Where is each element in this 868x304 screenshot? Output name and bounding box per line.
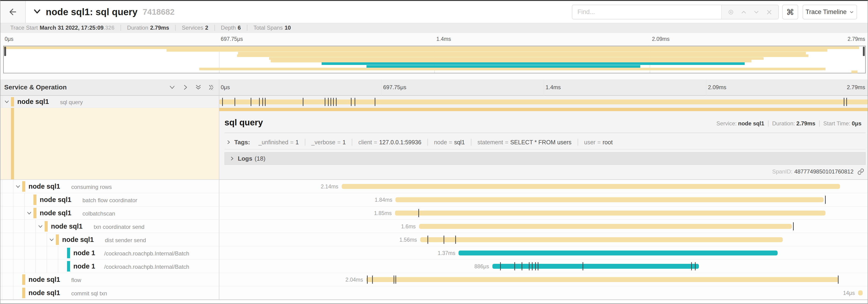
span-row[interactable]: node sql1consuming rows2.14ms	[0, 180, 868, 193]
span-duration-bar[interactable]	[396, 197, 824, 202]
span-log-tick[interactable]	[367, 275, 368, 284]
span-log-tick[interactable]	[443, 236, 444, 244]
span-log-tick[interactable]	[691, 262, 692, 270]
span-log-tick[interactable]	[325, 98, 326, 106]
logs-accordion[interactable]: Logs (18)	[224, 152, 866, 165]
minimap-span-bar	[269, 57, 764, 60]
span-log-tick[interactable]	[846, 98, 847, 106]
span-log-tick[interactable]	[695, 262, 695, 270]
trace-minimap: 0μs697.75μs1.4ms2.09ms2.79ms	[0, 33, 868, 79]
viewport-right-handle[interactable]	[863, 47, 865, 56]
span-row[interactable]: node sql1dist sender send1.56ms	[0, 233, 868, 246]
locate-icon[interactable]	[727, 9, 734, 15]
span-log-tick[interactable]	[336, 98, 337, 106]
trace-meta-item: Depth6	[214, 25, 247, 31]
minimap-canvas[interactable]	[3, 46, 866, 73]
view-selector-button[interactable]: Trace Timeline	[803, 5, 857, 20]
span-collapse-chevron-icon[interactable]	[15, 184, 21, 189]
indent-guide	[24, 206, 25, 219]
span-log-tick[interactable]	[354, 98, 355, 106]
span-log-tick[interactable]	[375, 98, 375, 106]
span-collapse-chevron-icon[interactable]	[38, 224, 43, 229]
span-duration-bar[interactable]	[492, 264, 699, 269]
span-log-tick[interactable]	[259, 98, 260, 106]
span-log-tick[interactable]	[328, 98, 329, 106]
span-duration-label: 2.14ms	[321, 183, 338, 190]
collapse-all-icon[interactable]	[195, 84, 202, 91]
indent-guide	[35, 246, 36, 260]
span-duration-bar[interactable]	[342, 184, 840, 189]
find-prev-icon[interactable]	[740, 9, 747, 15]
column-divider[interactable]	[219, 79, 219, 300]
find-input[interactable]	[572, 5, 721, 19]
span-log-tick[interactable]	[514, 262, 515, 270]
span-row[interactable]: node sql1sql query	[0, 96, 868, 108]
find-next-icon[interactable]	[753, 9, 760, 15]
span-duration-bar[interactable]	[419, 224, 792, 229]
span-row[interactable]: node sql1txn coordinator send1.6ms	[0, 220, 868, 233]
span-duration-bar[interactable]	[459, 250, 777, 256]
minimap-span-bar	[271, 60, 751, 62]
span-row[interactable]: node 1/cockroach.roachpb.Internal/Batch1…	[0, 246, 868, 260]
find-tools	[721, 5, 778, 19]
span-log-tick[interactable]	[538, 262, 538, 270]
span-log-tick[interactable]	[532, 262, 533, 270]
span-log-tick[interactable]	[455, 236, 456, 244]
column-resize-handle[interactable]	[211, 85, 213, 91]
span-log-tick[interactable]	[500, 262, 501, 270]
expand-one-icon[interactable]	[182, 84, 189, 91]
span-duration-bar[interactable]	[858, 291, 863, 295]
deep-link-icon[interactable]	[857, 168, 864, 175]
tags-accordion[interactable]: Tags: _unfinished=1_verbose=1client=127.…	[224, 135, 866, 149]
viewport-left-handle[interactable]	[4, 47, 6, 56]
span-row[interactable]: node 1/cockroach.roachpb.Internal/Batch8…	[0, 260, 868, 273]
span-log-tick[interactable]	[251, 98, 251, 106]
span-log-tick[interactable]	[793, 222, 794, 231]
span-duration-bar[interactable]	[219, 99, 868, 104]
span-log-tick[interactable]	[222, 98, 223, 106]
indent-guide	[13, 246, 13, 260]
span-log-tick[interactable]	[522, 262, 522, 270]
indent-guide	[35, 260, 36, 273]
clear-find-icon[interactable]	[766, 9, 773, 15]
collapse-one-icon[interactable]	[169, 84, 176, 91]
span-log-tick[interactable]	[825, 196, 826, 204]
span-log-tick[interactable]	[262, 98, 263, 106]
span-row[interactable]: node sql1flow2.04ms	[0, 273, 868, 286]
span-log-tick[interactable]	[428, 236, 428, 244]
span-row[interactable]: node sql1colbatchscan1.85ms	[0, 206, 868, 220]
indent-guide	[24, 246, 25, 260]
span-collapse-chevron-icon[interactable]	[4, 99, 9, 105]
span-log-tick[interactable]	[535, 262, 536, 270]
span-log-tick[interactable]	[351, 98, 351, 106]
back-button[interactable]	[0, 1, 26, 23]
span-log-tick[interactable]	[394, 275, 394, 284]
span-row[interactable]: node sql1commit sql txn14μs	[0, 286, 868, 300]
span-log-tick[interactable]	[303, 98, 303, 106]
span-duration-bar[interactable]	[420, 237, 783, 242]
indent-guide	[13, 193, 13, 206]
tags-label: Tags:	[234, 139, 250, 146]
span-log-tick[interactable]	[333, 98, 334, 106]
span-log-tick[interactable]	[838, 275, 839, 284]
span-collapse-chevron-icon[interactable]	[26, 210, 32, 216]
trace-meta-item: Total Spans10	[247, 25, 297, 31]
tag-value: SELECT * FROM users	[510, 139, 571, 145]
collapse-trace-chevron-icon[interactable]	[33, 7, 41, 17]
tag-key: _unfinished	[258, 139, 288, 145]
span-duration-bar[interactable]	[395, 211, 826, 215]
keyboard-shortcuts-button[interactable]: ⌘	[782, 5, 798, 20]
span-duration-bar[interactable]	[366, 277, 839, 282]
span-row[interactable]: node sql1batch flow coordinator1.84ms	[0, 193, 868, 206]
span-log-tick[interactable]	[529, 262, 530, 270]
tag-value: sql1	[454, 139, 465, 145]
span-log-tick[interactable]	[583, 262, 583, 270]
span-collapse-chevron-icon[interactable]	[49, 237, 55, 243]
span-log-tick[interactable]	[418, 209, 419, 217]
span-log-tick[interactable]	[265, 98, 266, 106]
span-log-tick[interactable]	[844, 98, 844, 106]
span-log-tick[interactable]	[235, 98, 235, 106]
span-log-tick[interactable]	[331, 98, 331, 106]
span-log-tick[interactable]	[396, 275, 396, 284]
span-log-tick[interactable]	[372, 275, 373, 284]
